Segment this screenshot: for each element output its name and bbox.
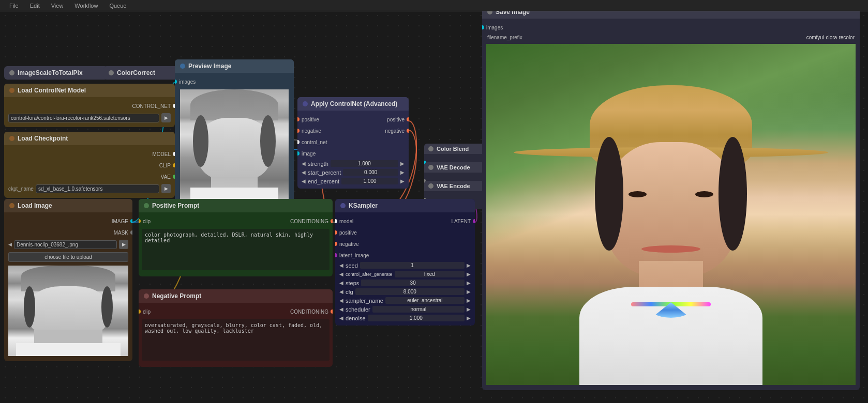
sampler-value[interactable]: euler_ancestral [385,297,465,304]
model-input-row: model LATENT [335,215,475,227]
image-play-btn[interactable]: ▶ [119,240,128,249]
filename-value[interactable]: comfyui-clora-recolor [542,35,855,40]
end-percent-label: end_percent [308,178,339,184]
cfg-left[interactable]: ◀ [339,289,343,295]
positive-prompt-text[interactable]: color photograph, detailed, DSLR, natura… [142,229,330,270]
scheduler-value[interactable]: normal [372,306,465,313]
denoise-left[interactable]: ◀ [339,315,343,321]
image-output-row: IMAGE [4,215,132,227]
cfg-value[interactable]: 8.000 [355,288,465,295]
node-image-scale-to-total-pix: ImageScaleToTotalPix [4,66,108,80]
sched-left[interactable]: ◀ [339,306,343,312]
image-file-row[interactable]: ◀ Dennis-noclip_03682_.png ▶ [4,238,132,251]
end-percent-value[interactable]: 1.000 [341,178,398,184]
clip-label: clip [143,309,236,315]
cfg-label: cfg [346,289,353,295]
menu-file[interactable]: File [5,2,23,10]
seed-value[interactable]: 1 [360,262,465,269]
checkpoint-file-row[interactable]: ckpt_name sd_xl_base_1.0.safetensors ▶ [4,182,175,195]
end-left-arrow[interactable]: ◀ [302,178,306,184]
image-file-value[interactable]: Dennis-noclip_03682_.png [14,240,117,249]
sampler-row: ◀ sampler_name euler_ancestral ▶ [335,296,475,305]
node-header: Preview Image [175,59,294,73]
menu-edit[interactable]: Edit [26,2,44,10]
node-load-checkpoint: Load Checkpoint MODEL CLIP VAE ckpt_name… [4,132,175,198]
image-label: IMAGE [8,219,128,224]
control-net-output-row: CONTROL_NET [4,100,175,112]
cag-left[interactable]: ◀ [339,271,343,277]
cag-right[interactable]: ▶ [467,271,471,277]
upload-button[interactable]: choose file to upload [8,252,128,262]
node-title: Positive Prompt [152,202,199,209]
steps-right[interactable]: ▶ [467,280,471,286]
sampler-right[interactable]: ▶ [467,298,471,303]
node-header: ImageScaleToTotalPix [4,66,108,80]
seed-right[interactable]: ▶ [467,262,471,268]
controlnet-file-value[interactable]: control-lora/control-lora-recolor-rank25… [8,114,159,122]
start-left-arrow[interactable]: ◀ [302,169,306,175]
steps-left[interactable]: ◀ [339,280,343,286]
menu-view[interactable]: View [47,2,68,10]
node-save-image: Save Image images filename_prefix comfyu… [482,5,860,390]
start-percent-value[interactable]: 0.000 [343,169,398,176]
seed-left[interactable]: ◀ [339,262,343,268]
menu-queue[interactable]: Queue [105,2,130,10]
save-image-preview [486,44,856,385]
cag-value[interactable]: fixed [395,271,465,277]
node-header: Load Checkpoint [4,132,175,145]
menu-workflow[interactable]: Workflow [70,2,102,10]
control-net-row: control_net [297,136,409,148]
ckpt-file-value[interactable]: sd_xl_base_1.0.safetensors [36,184,159,193]
positive-input-row: positive [335,227,475,238]
image-thumbnail [8,266,128,356]
mask-label: MASK [8,230,128,236]
start-right-arrow[interactable]: ▶ [400,169,405,175]
node-ksampler: KSampler model LATENT positive negative … [335,199,475,326]
clip-input-row: clip CONDITIONING [139,306,333,317]
positive-out-label: positive [353,117,405,122]
preview-image-area [180,89,289,203]
clip-label: CLIP [8,163,171,168]
controlnet-play-btn[interactable]: ▶ [161,113,171,122]
start-percent-label: start_percent [308,169,341,176]
model-label: model [339,219,405,224]
control-after-row: ◀ control_after_generate fixed ▶ [335,270,475,278]
node-header: Negative Prompt [139,289,333,303]
node-negative-prompt: Negative Prompt clip CONDITIONING oversa… [139,289,333,367]
cag-label: control_after_generate [346,272,393,277]
node-title: ColorCorrect [117,69,155,76]
node-load-image: Load Image IMAGE MASK ◀ Dennis-noclip_03… [4,199,132,361]
negative-label: negative [339,241,471,247]
images-input-row: images [482,22,860,33]
strength-label: strength [308,161,328,167]
model-output-row: MODEL [4,148,175,160]
node-title: Load Checkpoint [18,135,68,142]
scheduler-row: ◀ scheduler normal ▶ [335,305,475,314]
seed-row: ◀ seed 1 ▶ [335,261,475,270]
node-apply-controlnet: Apply ControlNet (Advanced) positive pos… [297,97,409,189]
strength-left-arrow[interactable]: ◀ [302,161,306,166]
strength-value[interactable]: 1.000 [331,160,398,167]
negative-prompt-text[interactable]: oversaturated, grayscale, blurry, color … [142,319,330,361]
checkpoint-play-btn[interactable]: ▶ [161,184,171,193]
strength-row: ◀ strength 1.000 ▶ [297,159,409,168]
node-title: Color Blend [437,146,469,152]
denoise-value[interactable]: 1.000 [368,315,465,321]
strength-right-arrow[interactable]: ▶ [400,161,405,166]
scheduler-label: scheduler [346,306,370,313]
denoise-right[interactable]: ▶ [467,315,471,321]
sched-right[interactable]: ▶ [467,306,471,312]
steps-label: steps [346,280,359,286]
cfg-right[interactable]: ▶ [467,289,471,295]
end-percent-row: ◀ end_percent 1.000 ▶ [297,177,409,185]
steps-value[interactable]: 30 [361,280,465,286]
conditioning-label: CONDITIONING [236,219,329,224]
conditioning-label: CONDITIONING [236,309,329,315]
end-right-arrow[interactable]: ▶ [400,178,405,184]
control-net-label: control_net [302,140,405,145]
vae-output-row: VAE [4,171,175,182]
sampler-left[interactable]: ◀ [339,298,343,303]
clip-input-row: clip CONDITIONING [139,215,333,227]
filename-label: filename_prefix [487,35,539,40]
positive-row: positive positive [297,114,409,125]
